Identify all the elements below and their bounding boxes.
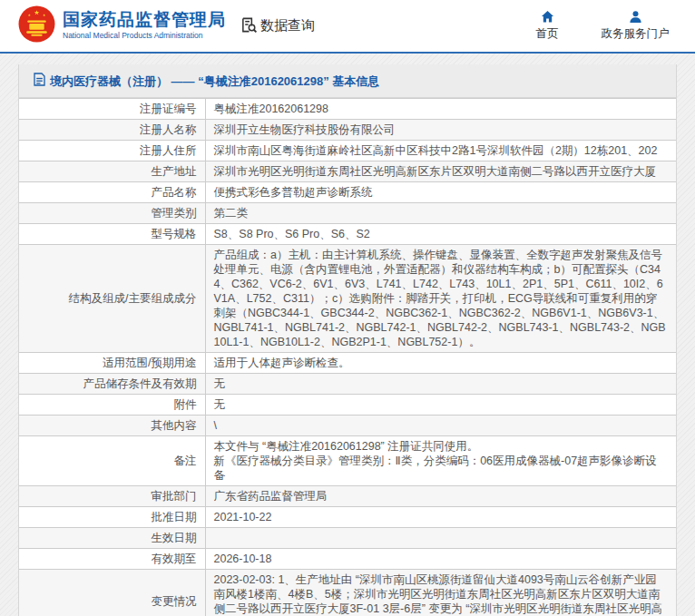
row-label: 附件 (19, 395, 205, 416)
panel-titlebar: 境内医疗器械（注册） —— “粤械注准20162061298” 基本信息 (19, 64, 676, 98)
row-label: 注册证编号 (19, 99, 205, 120)
table-row: 产品储存条件及有效期无 (19, 374, 676, 395)
row-label: 适用范围/预期用途 (19, 353, 205, 374)
row-label: 生效日期 (19, 528, 205, 549)
nav-gov-portal-label: 政务服务门户 (602, 27, 670, 40)
row-label: 注册人住所 (19, 141, 205, 161)
data-query-label: 数据查询 (260, 17, 315, 34)
org-name-en: National Medical Products Administration (63, 32, 226, 40)
row-value: 适用于人体超声诊断检查。 (205, 353, 676, 374)
row-value: \ (205, 416, 676, 436)
data-query-tab[interactable]: 数据查询 (240, 16, 315, 36)
row-value: S8、S8 Pro、S6 Pro、S6、S2 (205, 224, 676, 245)
row-value: 第二类 (205, 203, 676, 224)
row-label: 其他内容 (19, 416, 205, 436)
nmpa-emblem-icon (18, 5, 55, 46)
row-label: 产品名称 (19, 182, 205, 203)
table-row: 附件无 (19, 395, 676, 416)
row-label: 结构及组成/主要组成成分 (19, 245, 205, 353)
row-label: 批准日期 (19, 507, 205, 528)
table-row: 适用范围/预期用途适用于人体超声诊断检查。 (19, 353, 676, 374)
table-row: 结构及组成/主要组成成分产品组成：a）主机：由主计算机系统、操作键盘、显像装置、… (19, 245, 676, 353)
table-row: 型号规格S8、S8 Pro、S6 Pro、S6、S2 (19, 224, 676, 245)
row-label: 生产地址 (19, 161, 205, 182)
page-title: 境内医疗器械（注册） —— “粤械注准20162061298” 基本信息 (50, 73, 379, 90)
row-value: 2026-10-18 (205, 549, 676, 570)
nav-gov-portal[interactable]: 政务服务门户 (593, 10, 677, 42)
table-row: 注册人住所深圳市南山区粤海街道麻岭社区高新中区科技中2路1号深圳软件园（2期）1… (19, 141, 676, 161)
row-label: 管理类别 (19, 203, 205, 224)
table-row: 审批部门广东省药品监督管理局 (19, 486, 676, 507)
nmpa-logo-link[interactable]: 国家药品监督管理局 National Medical Products Admi… (18, 5, 226, 46)
row-value: 广东省药品监督管理局 (205, 486, 676, 507)
table-row: 生产地址深圳市光明区光明街道东周社区光明高新区东片区双明大道南侧二号路以西开立医… (19, 161, 676, 182)
row-value: 无 (205, 395, 676, 416)
table-row: 变更情况2023-02-03: 1、生产地址由 “深圳市南山区桃源街道留仙大道4… (19, 570, 676, 616)
nav-home[interactable]: 首页 (519, 10, 575, 42)
user-icon (593, 10, 677, 24)
table-row: 批准日期2021-10-22 (19, 507, 676, 528)
document-icon (34, 73, 50, 90)
row-label: 审批部门 (19, 486, 205, 507)
row-label: 型号规格 (19, 224, 205, 245)
nav-home-label: 首页 (536, 27, 559, 40)
row-value: 便携式彩色多普勒超声诊断系统 (205, 182, 676, 203)
table-row: 注册证编号粤械注准20162061298 (19, 99, 676, 120)
row-label: 有效期至 (19, 549, 205, 570)
info-table-body: 注册证编号粤械注准20162061298注册人名称深圳开立生物医疗科技股份有限公… (19, 99, 676, 616)
table-row: 备注本文件与 “粤械注准20162061298” 注册证共同使用。 新《医疗器械… (19, 436, 676, 486)
table-row: 其他内容\ (19, 416, 676, 436)
row-value: 深圳市光明区光明街道东周社区光明高新区东片区双明大道南侧二号路以西开立医疗大厦 (205, 161, 676, 182)
site-header: 国家药品监督管理局 National Medical Products Admi… (0, 0, 695, 54)
table-row: 产品名称便携式彩色多普勒超声诊断系统 (19, 182, 676, 203)
row-label: 注册人名称 (19, 120, 205, 141)
row-value: 2023-02-03: 1、生产地址由 “深圳市南山区桃源街道留仙大道4093号… (205, 570, 676, 616)
document-search-icon (240, 16, 260, 36)
home-icon (519, 10, 575, 24)
row-value: 深圳开立生物医疗科技股份有限公司 (205, 120, 676, 141)
row-label: 产品储存条件及有效期 (19, 374, 205, 395)
row-value: 粤械注准20162061298 (205, 99, 676, 120)
table-row: 有效期至2026-10-18 (19, 549, 676, 570)
row-value: 2021-10-22 (205, 507, 676, 528)
registration-info-panel: 境内医疗器械（注册） —— “粤械注准20162061298” 基本信息 注册证… (18, 64, 677, 616)
brand-names: 国家药品监督管理局 National Medical Products Admi… (63, 11, 226, 40)
table-row: 注册人名称深圳开立生物医疗科技股份有限公司 (19, 120, 676, 141)
row-label: 变更情况 (19, 570, 205, 616)
row-value: 无 (205, 374, 676, 395)
row-label: 备注 (19, 436, 205, 486)
table-row: 管理类别第二类 (19, 203, 676, 224)
row-value: 本文件与 “粤械注准20162061298” 注册证共同使用。 新《医疗器械分类… (205, 436, 676, 486)
row-value (205, 528, 676, 549)
row-value: 产品组成：a）主机：由主计算机系统、操作键盘、显像装置、全数字超声发射聚焦及信号… (205, 245, 676, 353)
org-name-cn: 国家药品监督管理局 (63, 11, 226, 30)
table-row: 生效日期 (19, 528, 676, 549)
row-value: 深圳市南山区粤海街道麻岭社区高新中区科技中2路1号深圳软件园（2期）12栋201… (205, 141, 676, 161)
registration-info-table: 注册证编号粤械注准20162061298注册人名称深圳开立生物医疗科技股份有限公… (19, 98, 676, 616)
